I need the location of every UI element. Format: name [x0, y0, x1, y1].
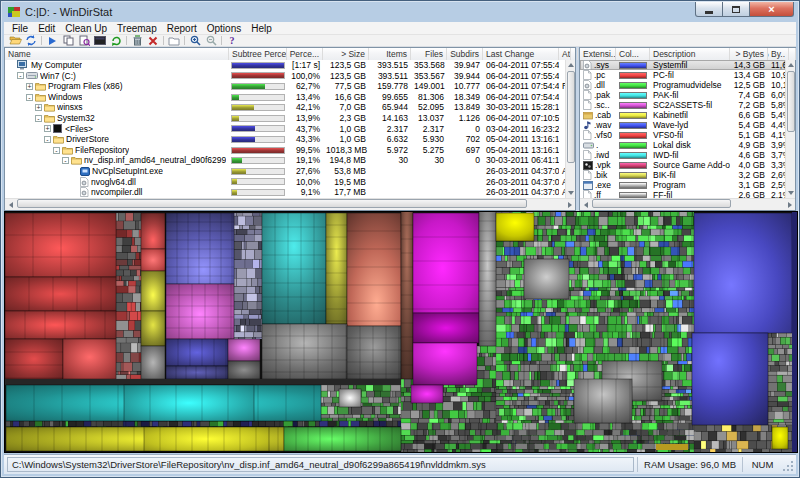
ext-cell-pct: 3,7%	[768, 150, 785, 160]
extension-name: .ff	[594, 190, 601, 198]
directory-row-0[interactable]: My Computer[1:17 s]123,5 GB393.515353.56…	[5, 60, 565, 71]
extension-row-iwd[interactable]: .iwdIWD-fil4,6 GB3,7%	[580, 150, 785, 160]
extension-row-pak[interactable]: .pakPAK-fil7,4 GB6,0%	[580, 90, 785, 100]
extension-vertical-scrollbar[interactable]	[785, 60, 795, 198]
extension-row-exe[interactable]: .exeProgram3,1 GB2,5%	[580, 180, 785, 190]
dir-column-header-items[interactable]: Items	[369, 48, 411, 60]
cleanup-bin-button[interactable]	[129, 35, 145, 47]
user-cleanup-folder-button[interactable]	[166, 35, 182, 47]
maximize-button[interactable]	[723, 2, 750, 17]
expand-toggle[interactable]: +	[26, 83, 33, 90]
extension-row-dll[interactable]: .dllProgramudvidelse12,5 GB10,1%	[580, 80, 785, 90]
title-bar[interactable]: C:|D: - WinDirStat ×	[4, 2, 796, 22]
directory-row-9[interactable]: -nv_disp.inf_amd64_neutral_d90f6299a8654…	[5, 155, 565, 166]
dir-column-header-pct[interactable]: Perce...	[287, 48, 323, 60]
collapse-toggle[interactable]: -	[44, 136, 51, 143]
dir-column-header-size[interactable]: > Size	[323, 48, 369, 60]
close-button[interactable]: ×	[750, 2, 794, 17]
directory-row-3[interactable]: -Windows13,4%16,6 GB99.65581.30618.34906…	[5, 92, 565, 103]
scroll-left-button[interactable]	[580, 199, 591, 210]
extension-row-ff[interactable]: .ffFF-fil2,6 GB2,1%	[580, 190, 785, 198]
directory-row-7[interactable]: -DriverStore43,3%1,0 GB6.6325.93070205-0…	[5, 134, 565, 145]
treemap-canvas[interactable]	[4, 211, 798, 453]
treemap-view[interactable]	[4, 211, 796, 453]
directory-row-6[interactable]: +<Files>43,7%1,0 GB2.3172.317003-04-2011…	[5, 124, 565, 135]
dir-column-header-name[interactable]: Name	[5, 48, 229, 60]
expand-toggle[interactable]: +	[35, 104, 42, 111]
refresh-all-button[interactable]	[23, 35, 39, 47]
filetype-icon	[583, 141, 594, 150]
directory-vertical-scrollbar[interactable]	[565, 60, 575, 198]
directory-row-1[interactable]: -Win7 (C:)100,0%123,5 GB393.511353.56739…	[5, 71, 565, 82]
toolbar-separator	[221, 36, 222, 45]
extension-row-cab[interactable]: .cabKabinetfil6,6 GB5,4%	[580, 110, 785, 120]
extension-color-swatch	[619, 92, 647, 99]
command-prompt-button[interactable]	[92, 35, 108, 47]
dir-column-header-attr[interactable]: Attri..	[559, 48, 571, 60]
ext-cell-bytes: 5,4 GB	[730, 120, 768, 130]
directory-row-10[interactable]: NvCplSetupInt.exe27,6%53,8 MB26-03-2011 …	[5, 166, 565, 177]
subtree-percentage-bar	[231, 125, 285, 132]
collapse-toggle[interactable]: -	[17, 72, 24, 79]
help-button[interactable]: ?	[224, 35, 240, 47]
directory-row-4[interactable]: +winsxs42,1%7,0 GB65.94452.09513.84930-0…	[5, 102, 565, 113]
scroll-up-button[interactable]	[786, 60, 796, 70]
extension-color-swatch	[619, 132, 647, 139]
extension-row-sc[interactable]: .sc..SC2ASSETS-fil7,2 GB5,8%	[580, 100, 785, 110]
minimize-button[interactable]	[695, 2, 723, 17]
extension-row-vfs0[interactable]: .vfs0VFS0-fil5,1 GB4,1%	[580, 130, 785, 140]
directory-row-5[interactable]: -System3213,9%2,3 GB14.16313.0371.12606-…	[5, 113, 565, 124]
dir-column-header-bar[interactable]: Subtree Percent...	[229, 48, 287, 60]
ext-column-header-pct[interactable]: % By..	[768, 48, 789, 60]
open-folder-button[interactable]	[7, 35, 23, 47]
scrollbar-thumb[interactable]	[592, 199, 731, 208]
directory-row-12[interactable]: nvcompiler.dll9,1%17,7 MB26-03-2011 04:3…	[5, 187, 565, 198]
dir-column-header-last_change[interactable]: Last Change	[483, 48, 559, 60]
zoom-in-button[interactable]	[187, 35, 203, 47]
directory-row-11[interactable]: nvoglv64.dll10,0%19,5 MB26-03-2011 04:37…	[5, 177, 565, 188]
ext-column-header-color[interactable]: Col...	[616, 48, 650, 60]
collapse-toggle[interactable]: -	[26, 94, 33, 101]
menu-help[interactable]: Help	[246, 22, 277, 35]
zoom-out-button[interactable]	[203, 35, 219, 47]
resume-button[interactable]	[44, 35, 60, 47]
delete-button[interactable]	[145, 35, 161, 47]
expand-toggle[interactable]: +	[44, 125, 51, 132]
extension-horizontal-scrollbar[interactable]	[580, 198, 795, 210]
extension-row-sys[interactable]: .sysSystemfil14,3 GB11,6%	[580, 60, 785, 70]
ext-column-header-desc[interactable]: Description	[650, 48, 730, 60]
scrollbar-thumb[interactable]	[17, 199, 527, 208]
dir-column-header-files[interactable]: Files	[411, 48, 447, 60]
scroll-left-button[interactable]	[5, 199, 16, 210]
scrollbar-thumb[interactable]	[567, 71, 575, 163]
extension-row-vpk[interactable]: .vpkSource Game Add-on4,0 GB3,3%	[580, 160, 785, 170]
item-name: winsxs	[57, 102, 83, 113]
scroll-down-button[interactable]	[786, 188, 796, 198]
copy-button[interactable]	[60, 35, 76, 47]
ext-column-header-ext[interactable]: Extensi...	[580, 48, 616, 60]
collapse-toggle[interactable]: -	[62, 157, 69, 164]
scroll-up-button[interactable]	[566, 60, 576, 70]
scroll-right-button[interactable]	[784, 199, 795, 210]
ext-cell-desc: PC-fil	[650, 70, 730, 80]
folder-icon	[53, 135, 64, 144]
extension-row-wav[interactable]: .wavWave-lyd5,4 GB4,4%	[580, 120, 785, 130]
directory-row-8[interactable]: -FileRepository99,5%1018,3 MB5.9725.2756…	[5, 145, 565, 156]
explorer-search-button[interactable]	[76, 35, 92, 47]
extension-row-pc[interactable]: .pcPC-fil13,4 GB10,9%	[580, 70, 785, 80]
scrollbar-thumb[interactable]	[787, 71, 795, 132]
resize-grip[interactable]	[782, 458, 796, 474]
scroll-right-button[interactable]	[564, 199, 575, 210]
directory-row-2[interactable]: +Program Files (x86)62,7%77,5 GB159.7781…	[5, 81, 565, 92]
extension-color-swatch	[619, 62, 647, 69]
extension-row-[interactable]: .Lokal disk4,9 GB3,9%	[580, 140, 785, 150]
dir-cell-items: 65.944	[369, 102, 411, 113]
collapse-toggle[interactable]: -	[35, 115, 42, 122]
scroll-down-button[interactable]	[566, 188, 576, 198]
extension-row-bik[interactable]: .bikBIK-fil3,2 GB2,6%	[580, 170, 785, 180]
collapse-toggle[interactable]: -	[53, 147, 60, 154]
ext-column-header-bytes[interactable]: > Bytes	[730, 48, 768, 60]
dir-column-header-subdirs[interactable]: Subdirs	[447, 48, 483, 60]
refresh-selected-button[interactable]	[108, 35, 124, 47]
directory-horizontal-scrollbar[interactable]	[5, 198, 575, 210]
